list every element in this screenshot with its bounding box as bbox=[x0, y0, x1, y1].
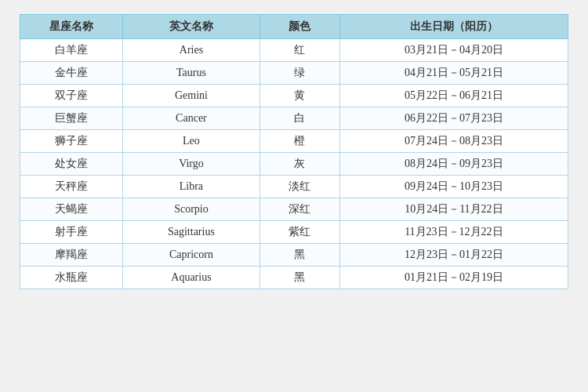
table-row: 双子座Gemini黄05月22日－06月21日 bbox=[20, 85, 568, 107]
col-header-dates: 出生日期（阳历） bbox=[339, 15, 568, 39]
cell-english-name: Scorpio bbox=[123, 198, 260, 221]
cell-chinese-name: 双子座 bbox=[20, 85, 123, 107]
cell-color: 白 bbox=[260, 107, 339, 130]
table-row: 巨蟹座Cancer白06月22日－07月23日 bbox=[20, 107, 568, 130]
cell-dates: 04月21日－05月21日 bbox=[339, 62, 568, 85]
table-row: 天蝎座Scorpio深红10月24日－11月22日 bbox=[20, 198, 568, 221]
cell-dates: 06月22日－07月23日 bbox=[339, 107, 568, 130]
cell-chinese-name: 金牛座 bbox=[20, 62, 123, 85]
cell-chinese-name: 天蝎座 bbox=[20, 198, 123, 221]
col-header-color: 颜色 bbox=[260, 15, 339, 39]
cell-english-name: Aquarius bbox=[123, 267, 260, 289]
table-row: 白羊座Aries红03月21日－04月20日 bbox=[20, 39, 568, 62]
cell-color: 深红 bbox=[260, 198, 339, 221]
table-row: 摩羯座Capricorn黑12月23日－01月22日 bbox=[20, 244, 568, 267]
col-header-english: 英文名称 bbox=[123, 15, 260, 39]
cell-chinese-name: 射手座 bbox=[20, 221, 123, 244]
cell-chinese-name: 狮子座 bbox=[20, 130, 123, 153]
table-row: 处女座Virgo灰08月24日－09月23日 bbox=[20, 153, 568, 176]
cell-dates: 05月22日－06月21日 bbox=[339, 85, 568, 107]
col-header-chinese: 星座名称 bbox=[20, 15, 123, 39]
cell-chinese-name: 巨蟹座 bbox=[20, 107, 123, 130]
table-row: 狮子座Leo橙07月24日－08月23日 bbox=[20, 130, 568, 153]
cell-dates: 11月23日－12月22日 bbox=[339, 221, 568, 244]
cell-chinese-name: 天秤座 bbox=[20, 176, 123, 198]
cell-color: 红 bbox=[260, 39, 339, 62]
cell-color: 黑 bbox=[260, 267, 339, 289]
cell-color: 黑 bbox=[260, 244, 339, 267]
cell-english-name: Aries bbox=[123, 39, 260, 62]
cell-english-name: Capricorn bbox=[123, 244, 260, 267]
cell-english-name: Gemini bbox=[123, 85, 260, 107]
cell-color: 紫红 bbox=[260, 221, 339, 244]
cell-chinese-name: 白羊座 bbox=[20, 39, 123, 62]
cell-color: 橙 bbox=[260, 130, 339, 153]
cell-english-name: Libra bbox=[123, 176, 260, 198]
cell-dates: 10月24日－11月22日 bbox=[339, 198, 568, 221]
table-row: 水瓶座Aquarius黑01月21日－02月19日 bbox=[20, 267, 568, 289]
cell-chinese-name: 处女座 bbox=[20, 153, 123, 176]
cell-english-name: Taurus bbox=[123, 62, 260, 85]
cell-color: 灰 bbox=[260, 153, 339, 176]
table-row: 金牛座Taurus绿04月21日－05月21日 bbox=[20, 62, 568, 85]
cell-dates: 09月24日－10月23日 bbox=[339, 176, 568, 198]
table-body: 白羊座Aries红03月21日－04月20日金牛座Taurus绿04月21日－0… bbox=[20, 39, 568, 289]
cell-dates: 07月24日－08月23日 bbox=[339, 130, 568, 153]
cell-color: 黄 bbox=[260, 85, 339, 107]
cell-dates: 12月23日－01月22日 bbox=[339, 244, 568, 267]
cell-chinese-name: 摩羯座 bbox=[20, 244, 123, 267]
cell-chinese-name: 水瓶座 bbox=[20, 267, 123, 289]
cell-english-name: Leo bbox=[123, 130, 260, 153]
table-container: 星座名称 英文名称 颜色 出生日期（阳历） 白羊座Aries红03月21日－04… bbox=[20, 14, 568, 289]
cell-color: 淡红 bbox=[260, 176, 339, 198]
cell-dates: 08月24日－09月23日 bbox=[339, 153, 568, 176]
cell-dates: 01月21日－02月19日 bbox=[339, 267, 568, 289]
cell-dates: 03月21日－04月20日 bbox=[339, 39, 568, 62]
cell-color: 绿 bbox=[260, 62, 339, 85]
table-row: 天秤座Libra淡红09月24日－10月23日 bbox=[20, 176, 568, 198]
zodiac-table: 星座名称 英文名称 颜色 出生日期（阳历） 白羊座Aries红03月21日－04… bbox=[20, 14, 568, 289]
cell-english-name: Cancer bbox=[123, 107, 260, 130]
table-row: 射手座Sagittarius紫红11月23日－12月22日 bbox=[20, 221, 568, 244]
cell-english-name: Virgo bbox=[123, 153, 260, 176]
table-header-row: 星座名称 英文名称 颜色 出生日期（阳历） bbox=[20, 15, 568, 39]
cell-english-name: Sagittarius bbox=[123, 221, 260, 244]
